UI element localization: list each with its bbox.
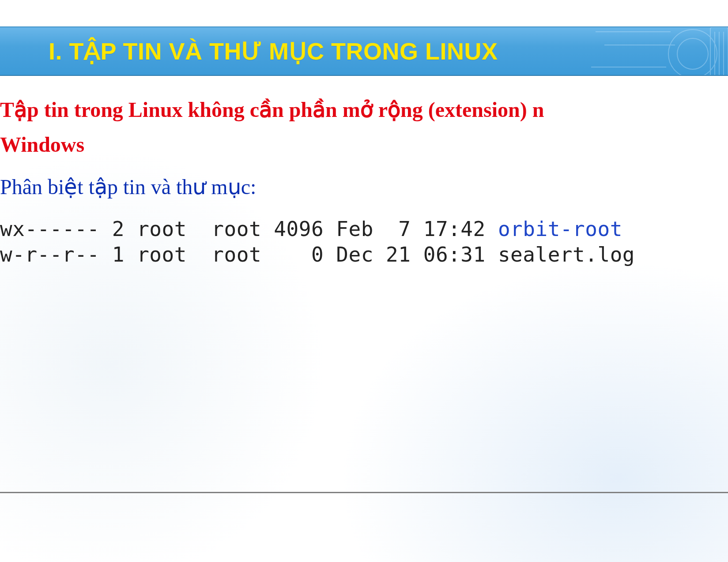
size: 0 — [311, 243, 324, 266]
month: Feb — [336, 217, 373, 241]
owner: root — [137, 243, 187, 266]
time: 06:31 — [423, 243, 486, 266]
size: 4096 — [274, 217, 324, 241]
day: 7 — [398, 217, 411, 241]
svg-rect-5 — [710, 27, 728, 76]
footer-rule — [0, 492, 728, 493]
time: 17:42 — [423, 217, 486, 241]
svg-point-1 — [677, 38, 708, 69]
file-name: sealert.log — [498, 243, 635, 266]
text-distinguish-heading: Phân biệt tập tin và thư mục: — [0, 173, 728, 201]
group: root — [211, 217, 261, 241]
content-area: Tập tin trong Linux không cần phần mở rộ… — [0, 88, 728, 267]
perm-tail: wx------ — [0, 217, 100, 241]
file-name: orbit-root — [498, 217, 622, 241]
link-count: 2 — [112, 217, 124, 241]
ls-row-dir: wx------ 2 root root 4096 Feb 7 17:42 or… — [0, 217, 622, 241]
top-strip — [0, 0, 728, 26]
link-count: 1 — [112, 243, 124, 266]
owner: root — [137, 217, 187, 241]
slide: I. TẬP TIN VÀ THƯ MỤC TRONG LINUX Tập ti… — [0, 0, 728, 562]
svg-point-0 — [668, 30, 717, 76]
slide-title: I. TẬP TIN VÀ THƯ MỤC TRONG LINUX — [0, 37, 498, 65]
text-ext-note-line-1: Tập tin trong Linux không cần phần mở rộ… — [0, 96, 728, 123]
terminal-output: wx------ 2 root root 4096 Feb 7 17:42 or… — [0, 217, 728, 267]
ls-row-file: w-r--r-- 1 root root 0 Dec 21 06:31 seal… — [0, 243, 635, 266]
banner-decoration — [582, 26, 728, 76]
text-ext-note-line-2: Windows — [0, 131, 728, 158]
day: 21 — [386, 243, 411, 266]
title-banner: I. TẬP TIN VÀ THƯ MỤC TRONG LINUX — [0, 26, 728, 76]
group: root — [211, 243, 261, 266]
month: Dec — [336, 243, 373, 266]
perm-tail: w-r--r-- — [0, 243, 100, 266]
